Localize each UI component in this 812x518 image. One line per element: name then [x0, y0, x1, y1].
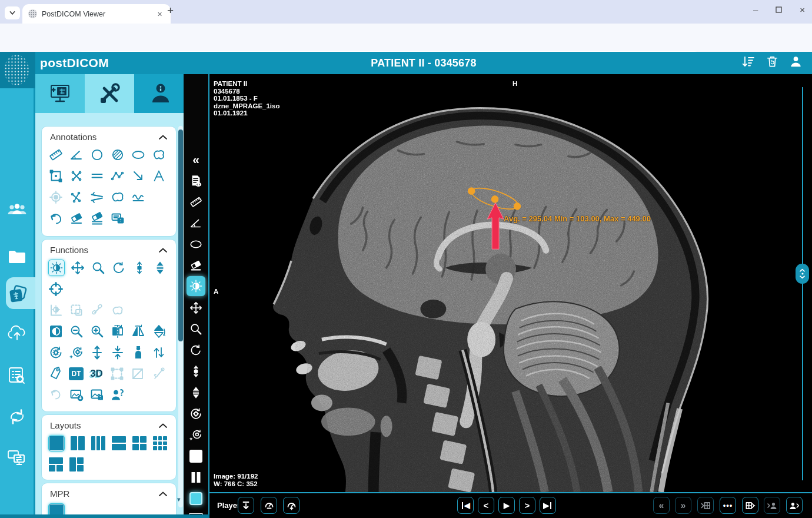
collapse-chevron-icon[interactable] — [158, 132, 168, 142]
layout-1x2[interactable] — [70, 436, 85, 451]
next-patient-button[interactable] — [786, 497, 803, 514]
ellipse-roi-icon[interactable] — [131, 147, 146, 162]
cobb-angle-icon[interactable] — [89, 190, 105, 205]
magnify-tool-icon[interactable] — [91, 260, 106, 275]
expand-vertical-icon[interactable] — [89, 345, 105, 360]
polyline-icon[interactable] — [110, 168, 125, 184]
previous-image-button[interactable]: < — [478, 497, 494, 514]
rotate-icon[interactable] — [184, 340, 208, 360]
next-stack-button[interactable] — [742, 497, 758, 514]
clear-crop-icon[interactable] — [130, 366, 145, 381]
three-d-button[interactable]: 3D — [89, 366, 104, 381]
flip-vertical-icon[interactable] — [151, 324, 167, 339]
histogram-windowing-icon[interactable] — [48, 303, 64, 318]
collapse-chevron-icon[interactable] — [158, 245, 168, 255]
invert-tool-icon[interactable] — [48, 324, 64, 339]
report-view-icon[interactable] — [184, 171, 208, 191]
dicom-tags-button[interactable]: DT — [69, 367, 84, 380]
flip-horizontal-icon[interactable] — [110, 324, 125, 339]
parallel-lines-icon[interactable] — [89, 168, 105, 184]
play-button[interactable]: ▶ — [498, 497, 515, 514]
ruler-icon[interactable] — [184, 192, 208, 212]
pan-icon[interactable] — [184, 298, 208, 318]
layout-2x2[interactable] — [132, 436, 147, 451]
layout-1-left-2-right[interactable] — [69, 457, 84, 472]
sort-descending-icon[interactable] — [741, 55, 756, 71]
mirror-icon[interactable] — [131, 324, 146, 339]
window-close-button[interactable]: × — [800, 5, 805, 15]
layout-3x3[interactable] — [152, 436, 168, 451]
erase-all-icon[interactable] — [89, 211, 105, 226]
tab-close-icon[interactable]: × — [155, 9, 165, 19]
layouts-header[interactable]: Layouts — [42, 415, 176, 433]
crop-box-icon[interactable] — [109, 366, 125, 381]
next-image-button[interactable]: > — [519, 497, 535, 514]
bone-windowing-icon[interactable] — [89, 303, 105, 318]
tab-patient-info[interactable] — [134, 74, 184, 113]
angle-icon[interactable] — [184, 213, 208, 233]
sidebar-item-upload[interactable] — [0, 324, 34, 343]
roi-handle[interactable] — [468, 187, 475, 195]
series-scrollbar-track[interactable] — [802, 87, 803, 480]
undo-annotation-icon[interactable] — [48, 211, 64, 226]
sidebar-item-order-search[interactable] — [0, 366, 34, 386]
sidebar-item-patients[interactable] — [0, 201, 34, 220]
mri-sagittal-image[interactable] — [209, 74, 812, 492]
freehand-windowing-icon[interactable] — [110, 303, 125, 318]
window-maximize-button[interactable] — [776, 5, 782, 15]
collapse-vertical-icon[interactable] — [110, 345, 125, 360]
auto-rotate-icon[interactable] — [48, 345, 64, 360]
zoom-in-icon[interactable] — [89, 324, 105, 339]
stack-scroll-icon[interactable] — [152, 260, 168, 275]
pan-tool-icon[interactable] — [70, 260, 85, 275]
angle-tool-icon[interactable] — [69, 147, 84, 162]
tag-icon[interactable] — [48, 366, 64, 381]
rotate-tool-icon[interactable] — [111, 260, 127, 275]
freehand-roi-icon[interactable] — [151, 147, 167, 162]
panel-scroll-down-arrow[interactable]: ▾ — [177, 496, 181, 503]
eraser-icon[interactable] — [184, 255, 208, 275]
sidebar-item-images-selected[interactable] — [0, 283, 34, 304]
panel-scrollbar-thumb[interactable] — [178, 130, 183, 341]
scroll-vertical-icon[interactable] — [132, 260, 147, 275]
tab-search-button[interactable] — [5, 6, 20, 19]
window-level-icon-selected[interactable] — [187, 276, 205, 296]
patient-question-icon[interactable] — [110, 387, 125, 403]
layout-1x1-selected[interactable] — [48, 435, 65, 451]
zoom-out-icon[interactable] — [69, 324, 84, 339]
circle-roi-icon[interactable] — [89, 147, 105, 162]
stack-scroll-icon[interactable] — [184, 383, 208, 403]
save-image-icon[interactable] — [89, 387, 105, 403]
previous-series-button[interactable]: « — [653, 497, 670, 514]
layout-1-top-2-bottom[interactable] — [48, 457, 64, 472]
ellipse-roi-icon[interactable] — [184, 234, 208, 254]
layout-current-icon[interactable] — [184, 489, 208, 509]
user-account-icon[interactable] — [789, 55, 803, 71]
cine-download-button[interactable] — [238, 497, 254, 514]
speed-up-button[interactable] — [283, 497, 299, 514]
collapse-chevron-icon[interactable] — [158, 489, 168, 499]
sidebar-item-sync[interactable] — [0, 407, 34, 426]
open-cross-icon[interactable] — [69, 190, 84, 205]
postdicom-logo[interactable]: postDICOM — [40, 56, 109, 70]
series-scrollbar-handle[interactable] — [796, 264, 809, 284]
functions-header[interactable]: Functions — [42, 240, 176, 257]
closed-freehand-icon[interactable] — [110, 190, 125, 205]
rotate-window-icon[interactable] — [69, 345, 84, 360]
filled-circle-roi-icon[interactable] — [110, 147, 125, 162]
previous-patient-button[interactable] — [764, 497, 780, 514]
magnify-icon[interactable] — [184, 319, 208, 339]
more-options-button[interactable]: ••• — [720, 497, 736, 514]
layout-1x1-icon[interactable] — [184, 446, 208, 466]
first-image-button[interactable]: ◀ — [457, 497, 474, 514]
mpr-header[interactable]: MPR — [42, 483, 176, 501]
window-minimize-button[interactable]: – — [753, 5, 758, 15]
arrow-annotation-icon[interactable] — [131, 168, 146, 184]
rotate-window-icon[interactable] — [184, 425, 208, 445]
pause-cine-icon[interactable] — [184, 467, 208, 487]
save-annotation-icon[interactable] — [110, 211, 125, 226]
region-windowing-icon[interactable] — [69, 303, 84, 318]
undo-function-icon[interactable] — [48, 387, 64, 403]
sidebar-item-share-monitors[interactable] — [0, 449, 34, 466]
scroll-vertical-icon[interactable] — [184, 361, 208, 381]
